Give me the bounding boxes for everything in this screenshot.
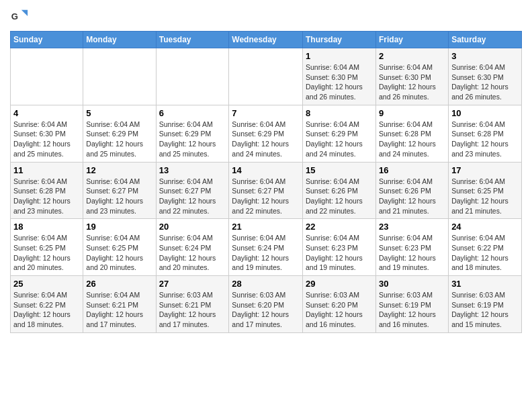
calendar-cell: 28Sunrise: 6:03 AM Sunset: 6:20 PM Dayli…: [229, 276, 303, 333]
calendar-cell: [11, 48, 83, 105]
day-info: Sunrise: 6:04 AM Sunset: 6:30 PM Dayligh…: [13, 120, 80, 159]
day-number: 5: [86, 108, 152, 118]
calendar-cell: 9Sunrise: 6:04 AM Sunset: 6:28 PM Daylig…: [376, 105, 449, 162]
day-info: Sunrise: 6:04 AM Sunset: 6:29 PM Dayligh…: [232, 120, 300, 159]
day-info: Sunrise: 6:04 AM Sunset: 6:30 PM Dayligh…: [379, 62, 445, 102]
day-info: Sunrise: 6:04 AM Sunset: 6:22 PM Dayligh…: [451, 233, 519, 273]
day-info: Sunrise: 6:04 AM Sunset: 6:25 PM Dayligh…: [13, 233, 80, 273]
calendar-cell: 30Sunrise: 6:03 AM Sunset: 6:19 PM Dayli…: [376, 276, 449, 333]
day-info: Sunrise: 6:04 AM Sunset: 6:24 PM Dayligh…: [232, 233, 300, 273]
calendar-week-3: 18Sunrise: 6:04 AM Sunset: 6:25 PM Dayli…: [11, 219, 522, 276]
calendar-cell: 29Sunrise: 6:03 AM Sunset: 6:20 PM Dayli…: [303, 276, 376, 333]
day-info: Sunrise: 6:04 AM Sunset: 6:27 PM Dayligh…: [159, 177, 226, 216]
logo: G: [10, 7, 32, 26]
day-info: Sunrise: 6:04 AM Sunset: 6:26 PM Dayligh…: [306, 177, 373, 216]
day-number: 12: [86, 165, 152, 175]
day-number: 21: [232, 222, 300, 232]
calendar-cell: 13Sunrise: 6:04 AM Sunset: 6:27 PM Dayli…: [156, 162, 229, 219]
calendar-cell: 1Sunrise: 6:04 AM Sunset: 6:30 PM Daylig…: [303, 48, 376, 105]
calendar-cell: 23Sunrise: 6:04 AM Sunset: 6:23 PM Dayli…: [376, 219, 449, 276]
day-number: 26: [86, 279, 152, 289]
header-thursday: Thursday: [303, 32, 376, 48]
calendar-week-4: 25Sunrise: 6:04 AM Sunset: 6:22 PM Dayli…: [11, 276, 522, 333]
calendar-cell: 15Sunrise: 6:04 AM Sunset: 6:26 PM Dayli…: [303, 162, 376, 219]
calendar-cell: 17Sunrise: 6:04 AM Sunset: 6:25 PM Dayli…: [449, 162, 522, 219]
calendar-cell: 4Sunrise: 6:04 AM Sunset: 6:30 PM Daylig…: [11, 105, 83, 162]
header-wednesday: Wednesday: [229, 32, 303, 48]
calendar-cell: 8Sunrise: 6:04 AM Sunset: 6:29 PM Daylig…: [303, 105, 376, 162]
calendar-week-1: 4Sunrise: 6:04 AM Sunset: 6:30 PM Daylig…: [11, 105, 522, 162]
calendar-cell: 25Sunrise: 6:04 AM Sunset: 6:22 PM Dayli…: [11, 276, 83, 333]
page-header: G: [10, 7, 522, 26]
header-friday: Friday: [376, 32, 449, 48]
calendar-cell: 18Sunrise: 6:04 AM Sunset: 6:25 PM Dayli…: [11, 219, 83, 276]
day-number: 18: [13, 222, 80, 232]
calendar-cell: [229, 48, 303, 105]
day-info: Sunrise: 6:04 AM Sunset: 6:30 PM Dayligh…: [451, 62, 519, 102]
calendar-cell: 22Sunrise: 6:04 AM Sunset: 6:23 PM Dayli…: [303, 219, 376, 276]
calendar-cell: 7Sunrise: 6:04 AM Sunset: 6:29 PM Daylig…: [229, 105, 303, 162]
day-info: Sunrise: 6:04 AM Sunset: 6:25 PM Dayligh…: [86, 233, 152, 273]
calendar-cell: 19Sunrise: 6:04 AM Sunset: 6:25 PM Dayli…: [83, 219, 156, 276]
svg-text:G: G: [11, 11, 18, 21]
day-info: Sunrise: 6:03 AM Sunset: 6:19 PM Dayligh…: [379, 290, 445, 330]
day-info: Sunrise: 6:04 AM Sunset: 6:29 PM Dayligh…: [159, 120, 226, 159]
logo-icon: G: [10, 7, 29, 26]
calendar-cell: 2Sunrise: 6:04 AM Sunset: 6:30 PM Daylig…: [376, 48, 449, 105]
day-info: Sunrise: 6:04 AM Sunset: 6:23 PM Dayligh…: [379, 233, 445, 273]
day-info: Sunrise: 6:04 AM Sunset: 6:25 PM Dayligh…: [451, 177, 519, 216]
day-number: 17: [451, 165, 519, 175]
day-number: 7: [232, 108, 300, 118]
calendar-cell: 20Sunrise: 6:04 AM Sunset: 6:24 PM Dayli…: [156, 219, 229, 276]
day-info: Sunrise: 6:04 AM Sunset: 6:21 PM Dayligh…: [86, 290, 152, 330]
day-number: 23: [379, 222, 445, 232]
calendar-cell: 11Sunrise: 6:04 AM Sunset: 6:28 PM Dayli…: [11, 162, 83, 219]
calendar-cell: 14Sunrise: 6:04 AM Sunset: 6:27 PM Dayli…: [229, 162, 303, 219]
calendar-cell: [83, 48, 156, 105]
day-info: Sunrise: 6:03 AM Sunset: 6:20 PM Dayligh…: [306, 290, 373, 330]
day-number: 15: [306, 165, 373, 175]
calendar-cell: 3Sunrise: 6:04 AM Sunset: 6:30 PM Daylig…: [449, 48, 522, 105]
day-info: Sunrise: 6:04 AM Sunset: 6:29 PM Dayligh…: [86, 120, 152, 159]
day-number: 22: [306, 222, 373, 232]
day-info: Sunrise: 6:04 AM Sunset: 6:23 PM Dayligh…: [306, 233, 373, 273]
calendar-cell: 24Sunrise: 6:04 AM Sunset: 6:22 PM Dayli…: [449, 219, 522, 276]
day-info: Sunrise: 6:04 AM Sunset: 6:26 PM Dayligh…: [379, 177, 445, 216]
day-number: 9: [379, 108, 445, 118]
calendar-cell: 27Sunrise: 6:03 AM Sunset: 6:21 PM Dayli…: [156, 276, 229, 333]
day-number: 28: [232, 279, 300, 289]
day-number: 1: [306, 51, 373, 61]
calendar-cell: 21Sunrise: 6:04 AM Sunset: 6:24 PM Dayli…: [229, 219, 303, 276]
day-info: Sunrise: 6:04 AM Sunset: 6:27 PM Dayligh…: [232, 177, 300, 216]
calendar-cell: [156, 48, 229, 105]
calendar-cell: 12Sunrise: 6:04 AM Sunset: 6:27 PM Dayli…: [83, 162, 156, 219]
day-number: 14: [232, 165, 300, 175]
calendar-cell: 6Sunrise: 6:04 AM Sunset: 6:29 PM Daylig…: [156, 105, 229, 162]
header-monday: Monday: [83, 32, 156, 48]
day-number: 11: [13, 165, 80, 175]
day-number: 8: [306, 108, 373, 118]
calendar-body: 1Sunrise: 6:04 AM Sunset: 6:30 PM Daylig…: [11, 48, 522, 333]
calendar-cell: 10Sunrise: 6:04 AM Sunset: 6:28 PM Dayli…: [449, 105, 522, 162]
day-info: Sunrise: 6:04 AM Sunset: 6:27 PM Dayligh…: [86, 177, 152, 216]
day-info: Sunrise: 6:03 AM Sunset: 6:19 PM Dayligh…: [451, 290, 519, 330]
day-number: 10: [451, 108, 519, 118]
day-info: Sunrise: 6:04 AM Sunset: 6:28 PM Dayligh…: [451, 120, 519, 159]
calendar-cell: 5Sunrise: 6:04 AM Sunset: 6:29 PM Daylig…: [83, 105, 156, 162]
calendar-week-0: 1Sunrise: 6:04 AM Sunset: 6:30 PM Daylig…: [11, 48, 522, 105]
day-info: Sunrise: 6:04 AM Sunset: 6:29 PM Dayligh…: [306, 120, 373, 159]
header-saturday: Saturday: [449, 32, 522, 48]
day-number: 19: [86, 222, 152, 232]
day-number: 3: [451, 51, 519, 61]
day-number: 20: [159, 222, 226, 232]
day-info: Sunrise: 6:04 AM Sunset: 6:24 PM Dayligh…: [159, 233, 226, 273]
day-number: 30: [379, 279, 445, 289]
svg-marker-1: [21, 10, 28, 16]
day-number: 4: [13, 108, 80, 118]
day-number: 25: [13, 279, 80, 289]
day-number: 6: [159, 108, 226, 118]
day-info: Sunrise: 6:04 AM Sunset: 6:22 PM Dayligh…: [13, 290, 80, 330]
header-tuesday: Tuesday: [156, 32, 229, 48]
calendar-week-2: 11Sunrise: 6:04 AM Sunset: 6:28 PM Dayli…: [11, 162, 522, 219]
day-number: 29: [306, 279, 373, 289]
